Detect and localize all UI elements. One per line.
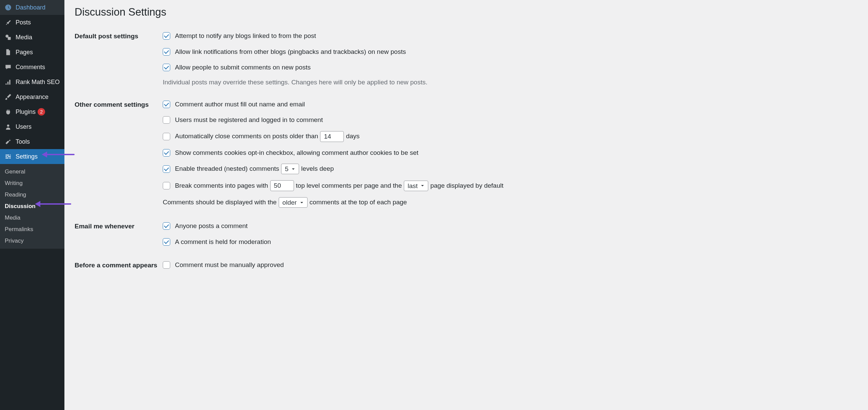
media-icon	[4, 33, 12, 41]
brush-icon	[4, 93, 12, 101]
autoclose-days-input[interactable]	[320, 131, 344, 142]
label-part: page displayed by default	[430, 181, 504, 191]
comments-per-page-input[interactable]	[270, 180, 294, 191]
section-heading: Before a comment appears	[75, 253, 163, 277]
checkbox-label: Anyone posts a comment	[175, 221, 248, 231]
section-heading: Default post settings	[75, 24, 163, 93]
sidebar-item-rankmath[interactable]: Rank Math SEO	[0, 75, 64, 89]
sidebar-item-label: Plugins	[16, 108, 36, 116]
submenu-writing[interactable]: Writing	[0, 178, 64, 189]
page-icon	[4, 48, 12, 56]
submenu-privacy[interactable]: Privacy	[0, 235, 64, 247]
sidebar-item-media[interactable]: Media	[0, 30, 64, 45]
settings-form-table: Default post settings Attempt to notify …	[75, 24, 858, 277]
checkbox-allow-comments[interactable]	[163, 64, 170, 71]
admin-sidebar: Dashboard Posts Media Pages Comments Ran…	[0, 0, 64, 410]
submenu-permalinks[interactable]: Permalinks	[0, 224, 64, 235]
pin-icon	[4, 18, 12, 26]
submenu-discussion[interactable]: Discussion	[0, 201, 64, 212]
checkbox-label: A comment is held for moderation	[175, 237, 271, 247]
checkbox-threaded[interactable]	[163, 165, 170, 173]
checkbox-label: Show comments cookies opt-in checkbox, a…	[175, 148, 418, 158]
chart-icon	[4, 78, 12, 86]
sidebar-item-label: Pages	[16, 49, 33, 56]
page-title: Discussion Settings	[75, 6, 858, 18]
label-part: Comments should be displayed with the	[163, 198, 277, 207]
main-content: Discussion Settings Default post setting…	[64, 0, 868, 410]
label-part: Automatically close comments on posts ol…	[175, 131, 318, 141]
submenu-general[interactable]: General	[0, 166, 64, 178]
sidebar-item-label: Tools	[16, 138, 30, 145]
sidebar-item-label: Dashboard	[16, 4, 45, 11]
sidebar-item-dashboard[interactable]: Dashboard	[0, 0, 64, 15]
plugins-update-badge: 2	[38, 108, 45, 116]
checkbox-label: Allow link notifications from other blog…	[175, 47, 406, 57]
label-part: top level comments per page and the	[296, 181, 402, 191]
checkbox-manual-approve[interactable]	[163, 261, 170, 269]
checkbox-label: Attempt to notify any blogs linked to fr…	[175, 31, 316, 41]
sidebar-item-label: Posts	[16, 19, 31, 26]
checkbox-label: Allow people to submit comments on new p…	[175, 63, 311, 73]
svg-rect-1	[8, 37, 11, 40]
sidebar-item-label: Rank Math SEO	[16, 79, 60, 86]
label-part: days	[346, 131, 359, 141]
section-heading: Other comment settings	[75, 93, 163, 215]
checkbox-break-pages[interactable]	[163, 182, 170, 189]
label-part: Enable threaded (nested) comments	[175, 164, 279, 174]
checkbox-anyone-posts[interactable]	[163, 222, 170, 230]
annotation-arrow-settings	[46, 154, 75, 155]
svg-point-2	[7, 124, 9, 127]
wrench-icon	[4, 138, 12, 146]
section-before-appears: Before a comment appears Comment must be…	[75, 253, 858, 277]
checkbox-label: Comment must be manually approved	[175, 260, 284, 270]
label-part: Break comments into pages with	[175, 181, 268, 191]
sidebar-item-pages[interactable]: Pages	[0, 45, 64, 60]
sidebar-item-label: Users	[16, 123, 32, 130]
checkbox-label: Users must be registered and logged in t…	[175, 115, 323, 125]
sidebar-item-plugins[interactable]: Plugins 2	[0, 104, 64, 119]
label-part: levels deep	[301, 164, 334, 174]
display-order-select[interactable]: older	[279, 197, 308, 208]
sliders-icon	[4, 152, 12, 161]
comments-icon	[4, 63, 12, 71]
settings-submenu: General Writing Reading Discussion Media…	[0, 164, 64, 249]
section-heading: Email me whenever	[75, 214, 163, 253]
checkbox-notify-blogs[interactable]	[163, 32, 170, 40]
sidebar-item-posts[interactable]: Posts	[0, 15, 64, 30]
label-part: comments at the top of each page	[310, 198, 407, 207]
sidebar-item-users[interactable]: Users	[0, 119, 64, 134]
sidebar-item-label: Appearance	[16, 94, 48, 101]
section-note: Individual posts may override these sett…	[163, 79, 854, 86]
threaded-levels-select[interactable]: 5	[281, 164, 299, 174]
checkbox-allow-pingbacks[interactable]	[163, 48, 170, 56]
dashboard-icon	[4, 3, 12, 12]
sidebar-item-tools[interactable]: Tools	[0, 134, 64, 149]
checkbox-cookies-optin[interactable]	[163, 149, 170, 157]
sidebar-item-label: Comments	[16, 64, 45, 71]
sidebar-item-label: Settings	[16, 153, 38, 160]
checkbox-name-email[interactable]	[163, 101, 170, 108]
sidebar-item-appearance[interactable]: Appearance	[0, 89, 64, 104]
checkbox-autoclose[interactable]	[163, 133, 170, 140]
submenu-reading[interactable]: Reading	[0, 189, 64, 201]
annotation-arrow-discussion	[39, 203, 71, 205]
section-email-me: Email me whenever Anyone posts a comment…	[75, 214, 858, 253]
checkbox-held-moderation[interactable]	[163, 238, 170, 246]
checkbox-registered[interactable]	[163, 116, 170, 124]
plug-icon	[4, 108, 12, 116]
sidebar-item-label: Media	[16, 34, 32, 41]
sidebar-item-settings[interactable]: Settings	[0, 149, 64, 164]
submenu-media[interactable]: Media	[0, 212, 64, 224]
section-default-post: Default post settings Attempt to notify …	[75, 24, 858, 93]
checkbox-label: Comment author must fill out name and em…	[175, 100, 305, 109]
default-page-select[interactable]: last	[404, 181, 428, 191]
sidebar-item-comments[interactable]: Comments	[0, 60, 64, 75]
section-other-comment: Other comment settings Comment author mu…	[75, 93, 858, 215]
user-icon	[4, 123, 12, 131]
